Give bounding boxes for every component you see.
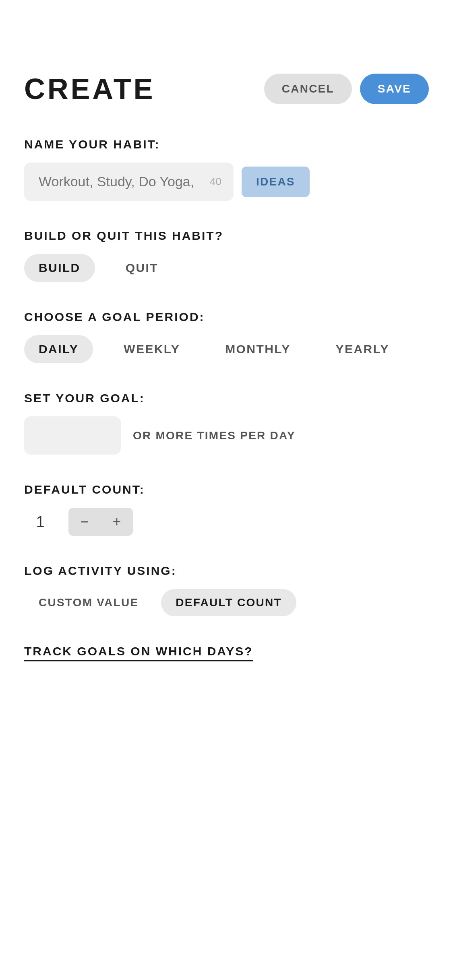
- build-quit-label: BUILD OR QUIT THIS HABIT?: [24, 229, 429, 243]
- header-buttons: CANCEL SAVE: [264, 74, 429, 104]
- count-row: 1 − +: [24, 508, 429, 536]
- count-value: 1: [24, 513, 56, 531]
- track-goals-section: TRACK GOALS ON WHICH DAYS?: [24, 644, 429, 658]
- char-count: 40: [210, 175, 221, 188]
- habit-name-section: NAME YOUR HABIT: 40 IDEAS: [24, 138, 429, 201]
- quit-button[interactable]: QUIT: [111, 254, 173, 282]
- stepper-group: − +: [68, 508, 133, 536]
- habit-name-row: 40 IDEAS: [24, 163, 429, 201]
- build-button[interactable]: BUILD: [24, 254, 95, 282]
- decrement-button[interactable]: −: [68, 508, 101, 536]
- goal-suffix: OR MORE TIMES PER DAY: [133, 429, 296, 442]
- daily-button[interactable]: DAILY: [24, 335, 93, 363]
- ideas-button[interactable]: IDEAS: [242, 167, 310, 197]
- cancel-button[interactable]: CANCEL: [264, 74, 352, 104]
- custom-value-button[interactable]: CUSTOM VALUE: [24, 589, 153, 616]
- goal-input[interactable]: [24, 416, 121, 455]
- increment-button[interactable]: +: [101, 508, 133, 536]
- set-goal-section: SET YOUR GOAL: OR MORE TIMES PER DAY: [24, 391, 429, 455]
- goal-period-label: CHOOSE A GOAL PERIOD:: [24, 310, 429, 324]
- log-activity-toggle-group: CUSTOM VALUE DEFAULT COUNT: [24, 589, 429, 616]
- log-activity-section: LOG ACTIVITY USING: CUSTOM VALUE DEFAULT…: [24, 564, 429, 616]
- goal-row: OR MORE TIMES PER DAY: [24, 416, 429, 455]
- default-count-section: DEFAULT COUNT: 1 − +: [24, 483, 429, 536]
- monthly-button[interactable]: MONTHLY: [211, 335, 305, 363]
- weekly-button[interactable]: WEEKLY: [109, 335, 194, 363]
- track-goals-label-wrapper: TRACK GOALS ON WHICH DAYS?: [24, 644, 429, 658]
- default-count-label: DEFAULT COUNT:: [24, 483, 429, 496]
- default-count-button[interactable]: DEFAULT COUNT: [161, 589, 296, 616]
- log-activity-label: LOG ACTIVITY USING:: [24, 564, 429, 578]
- build-quit-toggle-group: BUILD QUIT: [24, 254, 429, 282]
- habit-input-wrapper: 40: [24, 163, 234, 201]
- yearly-button[interactable]: YEARLY: [321, 335, 404, 363]
- track-goals-label: TRACK GOALS ON WHICH DAYS?: [24, 644, 253, 658]
- save-button[interactable]: SAVE: [360, 74, 429, 104]
- header: CREATE CANCEL SAVE: [24, 72, 429, 105]
- goal-period-toggle-group: DAILY WEEKLY MONTHLY YEARLY: [24, 335, 429, 363]
- build-quit-section: BUILD OR QUIT THIS HABIT? BUILD QUIT: [24, 229, 429, 282]
- goal-period-section: CHOOSE A GOAL PERIOD: DAILY WEEKLY MONTH…: [24, 310, 429, 363]
- set-goal-label: SET YOUR GOAL:: [24, 391, 429, 405]
- habit-name-label: NAME YOUR HABIT:: [24, 138, 429, 151]
- habit-name-input[interactable]: [24, 163, 234, 201]
- page-title: CREATE: [24, 72, 155, 105]
